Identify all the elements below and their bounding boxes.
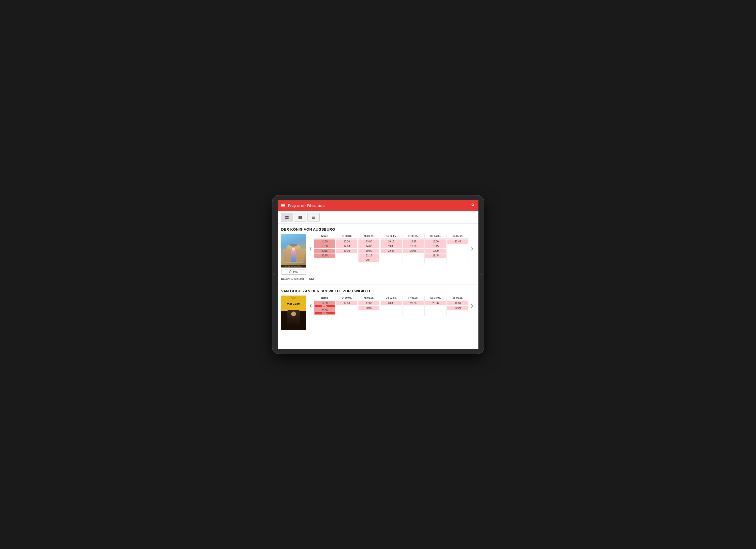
time-slot[interactable]: 20:00 <box>358 306 379 310</box>
day-header-4: Fr 03.05. <box>402 234 425 238</box>
day-times-fr-1: 16:15 19:00 22:45 <box>402 239 425 263</box>
view-toggle-bar <box>278 211 478 224</box>
time-slot[interactable]: 22:45 <box>403 249 424 253</box>
svg-rect-2 <box>285 217 287 219</box>
day-header2-1: Di 30.04. <box>336 296 358 300</box>
schedule-table-1: ❮ heute Di 30.04. Mi 01.05. Do 02.05. Fr… <box>308 234 475 263</box>
time-slot[interactable]: 17:00 OMDU <box>314 301 335 308</box>
time-slot[interactable]: 19:00 <box>403 244 424 248</box>
svg-rect-0 <box>285 216 287 217</box>
svg-rect-1 <box>287 216 288 217</box>
view-btn-list[interactable] <box>307 213 320 222</box>
poster-img-vangogh: 🦁 WILLEM DAFOE van Gogh <box>281 296 306 330</box>
day-header2-0: heute <box>314 296 336 300</box>
day-header2-4: Fr 03.05. <box>402 296 425 300</box>
svg-rect-8 <box>312 218 315 219</box>
day-header-3: Do 02.05. <box>380 234 402 238</box>
day-times-sa-1: 13:00 16:15 19:00 22:45 <box>425 239 447 263</box>
view-btn-grid4[interactable] <box>281 213 293 222</box>
time-slot[interactable]: 17:00 <box>358 301 379 305</box>
time-slot[interactable]: 20:00 <box>403 301 424 305</box>
time-slot[interactable]: 13:00 <box>425 239 446 244</box>
info-icon: i <box>289 270 292 273</box>
prev-arrow-2[interactable]: ❮ <box>308 296 314 316</box>
schedule-grid-2: heute Di 30.04. Mi 01.05. Do 02.05. Fr 0… <box>314 296 469 316</box>
time-slot[interactable]: 13:00 <box>336 239 357 244</box>
movie-poster-2: 🦁 WILLEM DAFOE van Gogh <box>281 296 306 330</box>
movie-row-1: Der König von Augsburg Poster i Info ❮ <box>281 234 475 275</box>
svg-rect-5 <box>300 216 302 219</box>
left-camera-dot <box>274 274 275 275</box>
time-slot-empty <box>336 306 357 307</box>
next-arrow-2[interactable]: ❯ <box>469 296 475 316</box>
duration-label: Dauer: <box>281 277 290 280</box>
tablet-frame: Programm - Filmansicht DER KÖNIG <box>272 195 484 354</box>
day-header2-5: Sa 04.05. <box>425 296 447 300</box>
time-slot[interactable]: 14:00 <box>336 244 357 248</box>
schedule-table-2: ❮ heute Di 30.04. Mi 01.05. Do 02.05. Fr… <box>308 296 475 316</box>
time-slot[interactable]: 20:00 <box>425 301 446 305</box>
day-times-di-1: 13:00 14:00 19:00 <box>336 239 358 263</box>
time-slot-empty <box>403 306 424 307</box>
time-slot[interactable]: 13:00 <box>358 239 379 244</box>
view-btn-grid2[interactable] <box>294 213 306 222</box>
day-times-do-1: 16:15 19:00 22:45 <box>380 239 402 263</box>
tablet-screen: Programm - Filmansicht DER KÖNIG <box>278 200 478 349</box>
time-slot[interactable]: 14:00 <box>314 239 335 244</box>
day-header2-2: Mi 01.05. <box>358 296 380 300</box>
time-slot[interactable]: 22:45 <box>381 249 401 253</box>
time-slot[interactable]: 23:15 <box>358 258 379 262</box>
time-slot-empty <box>447 246 468 248</box>
movie-poster-1: Der König von Augsburg Poster i Info <box>281 234 306 275</box>
day-header-2: Mi 01.05. <box>358 234 380 238</box>
prev-arrow-1[interactable]: ❮ <box>308 234 314 263</box>
time-value: 17:00 <box>315 302 335 305</box>
time-slot[interactable]: 14:00 <box>358 244 379 248</box>
time-slot[interactable]: 20:00 <box>447 306 468 310</box>
time-slot-empty <box>381 306 401 307</box>
time-slot[interactable]: 23:15 <box>314 253 335 258</box>
day-header2-6: So 05.05. <box>447 296 469 300</box>
svg-rect-6 <box>312 216 315 216</box>
svg-rect-3 <box>287 217 288 219</box>
time-slot[interactable]: 22:15 <box>358 253 379 258</box>
day-times-di-2: 17:00 <box>336 300 358 316</box>
time-slot[interactable]: 16:15 <box>425 244 446 248</box>
time-slot[interactable]: 19:00 <box>336 249 357 253</box>
time-slot[interactable]: 22:45 <box>447 239 468 244</box>
time-slot[interactable]: 19:00 <box>358 249 379 253</box>
movie-title-1: DER KÖNIG VON AUGSBURG <box>281 227 475 231</box>
day-header-0: heute <box>314 234 336 238</box>
time-slot[interactable]: 19:00 <box>381 244 401 248</box>
time-slot[interactable]: 22:45 <box>425 253 446 258</box>
day-times-fr-2: 20:00 <box>402 300 425 316</box>
schedule-wrapper-1: ❮ heute Di 30.04. Mi 01.05. Do 02.05. Fr… <box>308 234 475 275</box>
day-header2-3: Do 02.05. <box>380 296 402 300</box>
hamburger-menu[interactable] <box>281 204 285 207</box>
time-slot[interactable]: 16:15 <box>381 239 401 244</box>
time-slot[interactable]: 19:00 <box>314 244 335 248</box>
day-times-mi-2: 17:00 20:00 <box>358 300 380 316</box>
time-slot[interactable]: 19:00 <box>425 249 446 253</box>
time-slot[interactable]: 20:00 OMDU <box>314 308 335 315</box>
day-times-today-2: 17:00 OMDU 20:00 OMDU <box>314 300 336 316</box>
time-slot[interactable]: 12:00 <box>447 301 468 305</box>
time-slot[interactable]: 17:00 <box>336 301 357 305</box>
movie-section-2: VAN GOGH - AN DER SCHWELLE ZUR EWIGKEIT … <box>278 285 478 332</box>
time-slot[interactable]: 20:00 <box>381 301 401 305</box>
movie-info-bar-1: Dauer: 60 Minuten FSK: - <box>281 276 475 281</box>
time-slot-empty <box>381 253 401 255</box>
omdu-badge: OMDU <box>315 312 335 314</box>
time-slot[interactable]: 22:15 <box>314 249 335 253</box>
svg-rect-7 <box>312 217 315 217</box>
day-times-so-1: 22:45 <box>447 239 469 263</box>
next-arrow-1[interactable]: ❯ <box>469 234 475 263</box>
time-slot-empty <box>447 248 468 250</box>
day-times-do-2: 20:00 <box>380 300 402 316</box>
fsk-label: FSK: <box>308 277 314 280</box>
movie-row-2: 🦁 WILLEM DAFOE van Gogh <box>281 296 475 330</box>
main-content: DER KÖNIG VON AUGSBURG <box>278 224 478 349</box>
info-button-1[interactable]: i Info <box>281 269 306 275</box>
time-slot[interactable]: 16:15 <box>403 239 424 244</box>
search-icon[interactable] <box>471 203 475 208</box>
